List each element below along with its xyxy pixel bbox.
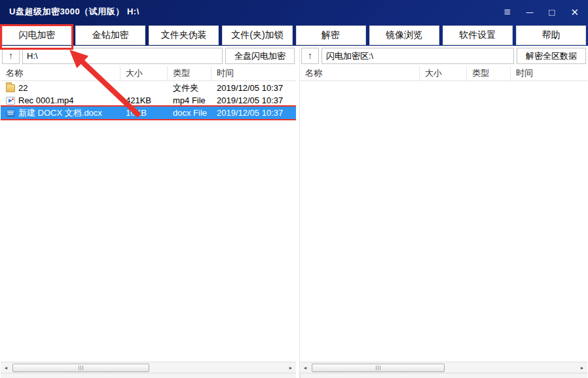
right-path-input[interactable]	[322, 48, 514, 64]
toolbar-button-5[interactable]: 镜像浏览	[369, 26, 439, 45]
toolbar-button-wrap: 闪电加密	[2, 26, 72, 46]
menu-icon[interactable]: ≡	[504, 7, 511, 18]
toolbar-button-wrap: 帮助	[516, 26, 586, 46]
right-list-header: 名称 大小 类型 时间	[300, 66, 587, 81]
maximize-icon[interactable]: □	[549, 7, 555, 17]
toolbar-button-wrap: 文件(夹)加锁	[222, 26, 292, 46]
column-header-time[interactable]: 时间	[211, 66, 296, 80]
toolbar-button-6[interactable]: 软件设置	[443, 26, 513, 45]
main-area: ↑ 全盘闪电加密 名称 大小 类型 时间 22 文件夹 2019/12/05 1…	[0, 46, 588, 378]
toolbar-button-7[interactable]: 帮助	[516, 26, 586, 45]
media-file-icon	[6, 97, 15, 105]
docx-file-icon	[6, 109, 15, 117]
right-status-strip	[300, 373, 587, 378]
scrollbar-thumb[interactable]	[12, 364, 149, 372]
scroll-left-icon[interactable]: ◄	[300, 362, 310, 373]
right-horizontal-scrollbar[interactable]: ◄ ►	[300, 362, 587, 373]
left-list-header: 名称 大小 类型 时间	[1, 66, 296, 81]
toolbar-button-0[interactable]: 闪电加密	[2, 26, 72, 45]
toolbar-button-3[interactable]: 文件(夹)加锁	[222, 26, 292, 45]
close-icon[interactable]: ✕	[570, 7, 579, 17]
window-title: U盘超级加密3000（试用版） H:\	[9, 6, 139, 18]
toolbar: 闪电加密金钻加密文件夹伪装文件(夹)加锁解密镜像浏览软件设置帮助	[0, 24, 588, 46]
minimize-icon[interactable]: ─	[526, 7, 534, 17]
toolbar-button-2[interactable]: 文件夹伪装	[149, 26, 219, 45]
toolbar-button-wrap: 文件夹伪装	[149, 26, 219, 46]
decrypt-all-button[interactable]: 解密全区数据	[517, 48, 586, 64]
folder-icon	[6, 84, 15, 92]
up-arrow-icon[interactable]: ↑	[2, 48, 20, 64]
title-bar: U盘超级加密3000（试用版） H:\ ≡ ─ □ ✕	[0, 0, 588, 24]
toolbar-button-wrap: 镜像浏览	[369, 26, 439, 46]
toolbar-button-wrap: 解密	[296, 26, 366, 46]
left-path-row: ↑ 全盘闪电加密	[1, 46, 296, 66]
toolbar-button-1[interactable]: 金钻加密	[75, 26, 145, 45]
column-header-size[interactable]: 大小	[420, 66, 467, 80]
column-header-name[interactable]: 名称	[1, 66, 120, 80]
encrypted-zone-panel: ↑ 解密全区数据 名称 大小 类型 时间 ◄ ►	[299, 46, 587, 378]
toolbar-button-wrap: 软件设置	[443, 26, 513, 46]
table-row[interactable]: 22 文件夹 2019/12/05 10:37	[1, 82, 296, 94]
up-arrow-icon[interactable]: ↑	[301, 48, 319, 64]
table-row-selected[interactable]: 新建 DOCX 文档.docx 10KB docx File 2019/12/0…	[1, 107, 296, 119]
table-row[interactable]: Rec 0001.mp4 421KB mp4 File 2019/12/05 1…	[1, 94, 296, 107]
scroll-right-icon[interactable]: ►	[577, 362, 587, 373]
column-header-name[interactable]: 名称	[300, 66, 420, 80]
column-header-time[interactable]: 时间	[511, 66, 587, 80]
scrollbar-thumb[interactable]	[312, 364, 445, 372]
left-path-input[interactable]	[22, 48, 223, 64]
left-horizontal-scrollbar[interactable]: ◄ ►	[1, 362, 296, 373]
app-window: U盘超级加密3000（试用版） H:\ ≡ ─ □ ✕ 闪电加密金钻加密文件夹伪…	[0, 0, 588, 378]
encrypt-all-button[interactable]: 全盘闪电加密	[225, 48, 295, 64]
scrollbar-grip-icon	[376, 366, 380, 370]
scroll-right-icon[interactable]: ►	[285, 362, 296, 373]
usb-files-panel: ↑ 全盘闪电加密 名称 大小 类型 时间 22 文件夹 2019/12/05 1…	[1, 46, 296, 378]
left-file-list: 22 文件夹 2019/12/05 10:37 Rec 0001.mp4 421…	[1, 81, 296, 362]
right-path-row: ↑ 解密全区数据	[300, 46, 587, 66]
column-header-size[interactable]: 大小	[120, 66, 168, 80]
column-header-type[interactable]: 类型	[168, 66, 211, 80]
column-header-type[interactable]: 类型	[467, 66, 511, 80]
toolbar-button-4[interactable]: 解密	[296, 26, 366, 45]
left-status-strip	[1, 373, 296, 378]
scrollbar-grip-icon	[79, 366, 83, 370]
toolbar-button-wrap: 金钻加密	[75, 26, 145, 46]
right-file-list	[300, 81, 587, 362]
scroll-left-icon[interactable]: ◄	[1, 362, 11, 373]
